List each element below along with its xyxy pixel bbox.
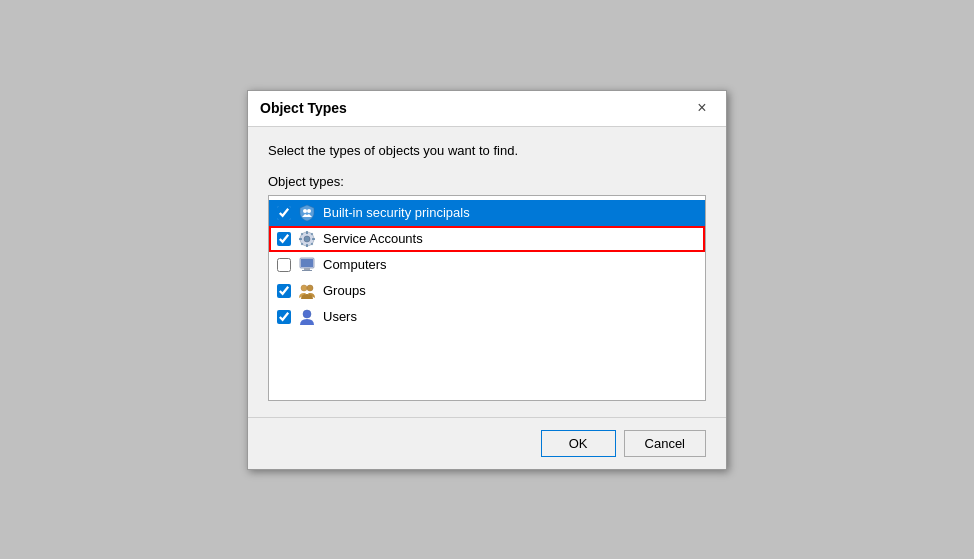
ok-button[interactable]: OK xyxy=(541,430,616,457)
checkbox-computers[interactable] xyxy=(277,258,291,272)
object-types-dialog: Object Types × Select the types of objec… xyxy=(247,90,727,470)
svg-point-17 xyxy=(307,285,313,291)
users-label: Users xyxy=(323,309,357,324)
checkbox-service-accounts[interactable] xyxy=(277,232,291,246)
svg-rect-6 xyxy=(299,238,302,240)
svg-point-18 xyxy=(303,310,311,318)
svg-rect-14 xyxy=(304,268,310,270)
dialog-body: Select the types of objects you want to … xyxy=(248,127,726,417)
checkbox-users[interactable] xyxy=(277,310,291,324)
svg-rect-7 xyxy=(312,238,315,240)
object-types-list: Built-in security principals xyxy=(268,195,706,401)
service-accounts-label: Service Accounts xyxy=(323,231,423,246)
title-bar: Object Types × xyxy=(248,91,726,127)
checkbox-groups[interactable] xyxy=(277,284,291,298)
list-item[interactable]: Groups xyxy=(269,278,705,304)
computers-label: Computers xyxy=(323,257,387,272)
svg-point-16 xyxy=(301,285,307,291)
list-item[interactable]: Built-in security principals xyxy=(269,200,705,226)
computer-icon xyxy=(297,255,317,275)
list-item[interactable]: Service Accounts xyxy=(269,226,705,252)
svg-rect-5 xyxy=(306,244,308,247)
svg-rect-15 xyxy=(302,270,312,271)
built-in-label: Built-in security principals xyxy=(323,205,470,220)
svg-rect-13 xyxy=(301,259,313,267)
dialog-title: Object Types xyxy=(260,100,347,116)
dialog-footer: OK Cancel xyxy=(248,417,726,469)
groups-label: Groups xyxy=(323,283,366,298)
user-icon xyxy=(297,307,317,327)
list-item[interactable]: Users xyxy=(269,304,705,330)
section-label: Object types: xyxy=(268,174,706,189)
security-icon xyxy=(297,203,317,223)
list-item[interactable]: Computers xyxy=(269,252,705,278)
dialog-description: Select the types of objects you want to … xyxy=(268,143,706,158)
svg-point-0 xyxy=(303,209,307,213)
svg-rect-4 xyxy=(306,231,308,234)
cancel-button[interactable]: Cancel xyxy=(624,430,706,457)
checkbox-built-in[interactable] xyxy=(277,206,291,220)
svg-point-3 xyxy=(304,236,310,242)
close-button[interactable]: × xyxy=(690,96,714,120)
group-icon xyxy=(297,281,317,301)
svg-point-1 xyxy=(307,209,311,213)
service-icon xyxy=(297,229,317,249)
